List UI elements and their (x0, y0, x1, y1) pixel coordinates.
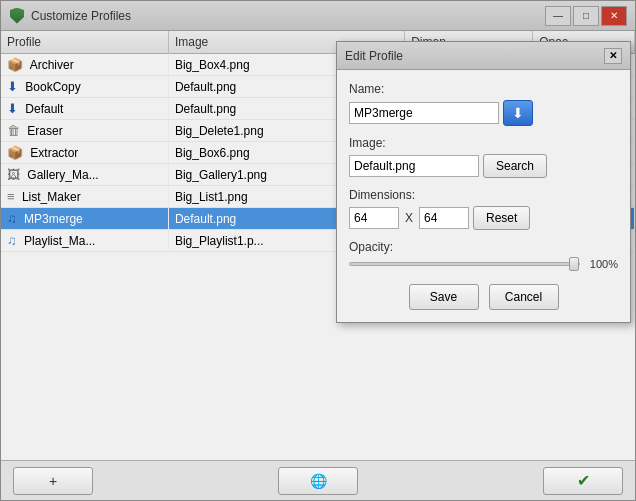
dialog-content: Name: ⬇ Image: Search Dimensions: (337, 70, 630, 322)
profile-name: Gallery_Ma... (27, 168, 98, 182)
cancel-button[interactable]: Cancel (489, 284, 559, 310)
cell-profile: 📦 Extractor (1, 142, 168, 164)
dialog-title: Edit Profile (345, 49, 403, 63)
image-label: Image: (349, 136, 618, 150)
profile-name: Archiver (30, 58, 74, 72)
cell-profile: ⬇ Default (1, 98, 168, 120)
edit-profile-dialog: Edit Profile ✕ Name: ⬇ Image: (336, 41, 631, 323)
row-icon: ♫ (7, 211, 17, 226)
name-row: ⬇ (349, 100, 618, 126)
opacity-label: Opacity: (349, 240, 618, 254)
app-icon (9, 8, 25, 24)
profile-name: Extractor (30, 146, 78, 160)
row-icon: ⬇ (7, 79, 18, 94)
profile-name: Playlist_Ma... (24, 234, 95, 248)
globe-button[interactable]: 🌐 (278, 467, 358, 495)
row-icon: ≡ (7, 189, 15, 204)
height-input[interactable] (419, 207, 469, 229)
col-profile[interactable]: Profile (1, 31, 168, 54)
dim-x-label: X (403, 211, 415, 225)
opacity-slider-track[interactable] (349, 262, 580, 266)
dialog-close-button[interactable]: ✕ (604, 48, 622, 64)
main-window: Customize Profiles — □ ✕ Profile Image D… (0, 0, 636, 501)
row-icon: ⬇ (7, 101, 18, 116)
profile-name: Default (25, 102, 63, 116)
opacity-slider-thumb[interactable] (569, 257, 579, 271)
title-bar-left: Customize Profiles (9, 8, 131, 24)
cell-profile: ♫ Playlist_Ma... (1, 230, 168, 252)
image-row: Search (349, 154, 618, 178)
bottom-bar: + 🌐 ✔ (1, 460, 635, 500)
image-input[interactable] (349, 155, 479, 177)
window-title: Customize Profiles (31, 9, 131, 23)
opacity-row: 100% (349, 258, 618, 270)
title-bar-controls: — □ ✕ (545, 6, 627, 26)
dialog-buttons: Save Cancel (349, 284, 618, 310)
check-icon: ✔ (577, 471, 590, 490)
width-input[interactable] (349, 207, 399, 229)
search-button[interactable]: Search (483, 154, 547, 178)
cell-profile: 🖼 Gallery_Ma... (1, 164, 168, 186)
profile-name: Eraser (27, 124, 62, 138)
cell-profile: ♫ MP3merge (1, 208, 168, 230)
row-icon: 🖼 (7, 167, 20, 182)
row-icon: ♫ (7, 233, 17, 248)
name-input[interactable] (349, 102, 499, 124)
close-button[interactable]: ✕ (601, 6, 627, 26)
check-button[interactable]: ✔ (543, 467, 623, 495)
profile-name: MP3merge (24, 212, 83, 226)
minimize-button[interactable]: — (545, 6, 571, 26)
row-icon: 📦 (7, 145, 23, 160)
dimensions-row: X Reset (349, 206, 618, 230)
cell-profile: 📦 Archiver (1, 54, 168, 76)
download-icon-button[interactable]: ⬇ (503, 100, 533, 126)
title-bar: Customize Profiles — □ ✕ (1, 1, 635, 31)
cell-profile: ≡ List_Maker (1, 186, 168, 208)
profile-name: BookCopy (25, 80, 80, 94)
opacity-value: 100% (586, 258, 618, 270)
add-icon: + (49, 473, 57, 489)
add-button[interactable]: + (13, 467, 93, 495)
shield-icon (10, 8, 24, 24)
content-area: Profile Image Dimen... Opac... 📦 Archive… (1, 31, 635, 500)
maximize-button[interactable]: □ (573, 6, 599, 26)
save-button[interactable]: Save (409, 284, 479, 310)
dimensions-label: Dimensions: (349, 188, 618, 202)
opacity-section: Opacity: 100% (349, 240, 618, 270)
cell-profile: ⬇ BookCopy (1, 76, 168, 98)
cell-profile: 🗑 Eraser (1, 120, 168, 142)
dialog-title-bar: Edit Profile ✕ (337, 42, 630, 70)
row-icon: 🗑 (7, 123, 20, 138)
name-label: Name: (349, 82, 618, 96)
reset-button[interactable]: Reset (473, 206, 530, 230)
globe-icon: 🌐 (310, 473, 327, 489)
profile-name: List_Maker (22, 190, 81, 204)
download-icon: ⬇ (512, 105, 524, 121)
row-icon: 📦 (7, 57, 23, 72)
